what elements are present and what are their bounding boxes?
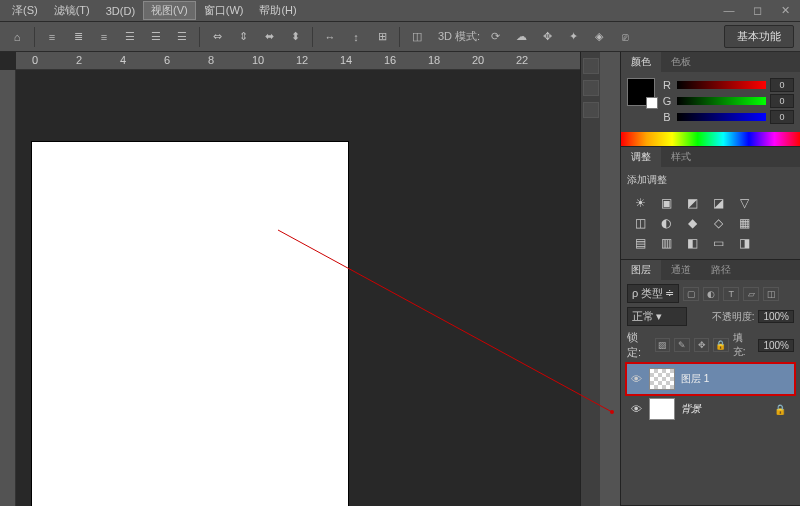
tool-d-icon[interactable]: ◫ (406, 26, 428, 48)
align-center-icon[interactable]: ≣ (67, 26, 89, 48)
workspace-switcher[interactable]: 基本功能 (724, 25, 794, 48)
3d-roll-icon[interactable]: ☁ (510, 26, 532, 48)
channel-r-label: R (661, 79, 673, 91)
filter-smart-icon[interactable]: ◫ (763, 287, 779, 301)
3d-pan-icon[interactable]: ✥ (536, 26, 558, 48)
ruler-mark: 6 (164, 54, 170, 66)
slider-green[interactable] (677, 97, 766, 105)
filter-type-icon[interactable]: T (723, 287, 739, 301)
photo-filter-icon[interactable]: ◆ (683, 215, 701, 231)
tab-color[interactable]: 颜色 (621, 52, 661, 72)
3d-render-icon[interactable]: ⎚ (614, 26, 636, 48)
align-left-icon[interactable]: ≡ (41, 26, 63, 48)
lock-pixels-icon[interactable]: ✎ (674, 338, 689, 352)
distribute-icon[interactable]: ⬌ (258, 26, 280, 48)
lock-transparency-icon[interactable]: ▨ (655, 338, 670, 352)
3d-slide-icon[interactable]: ✦ (562, 26, 584, 48)
menu-item-3d[interactable]: 3D(D) (98, 3, 143, 19)
tab-layers[interactable]: 图层 (621, 260, 661, 280)
selective-color-icon[interactable]: ◨ (735, 235, 753, 251)
tab-channels[interactable]: 通道 (661, 260, 701, 280)
brightness-icon[interactable]: ☀ (631, 195, 649, 211)
menu-bar: 泽(S) 滤镜(T) 3D(D) 视图(V) 窗口(W) 帮助(H) — ◻ ✕ (0, 0, 800, 22)
align-top-icon[interactable]: ☰ (119, 26, 141, 48)
3d-orbit-icon[interactable]: ⟳ (484, 26, 506, 48)
menu-item-view[interactable]: 视图(V) (143, 1, 196, 20)
document-area: 0 2 4 6 8 10 12 14 16 18 20 22 (0, 52, 600, 506)
threshold-icon[interactable]: ◧ (683, 235, 701, 251)
tab-swatches[interactable]: 色板 (661, 52, 701, 72)
value-blue[interactable]: 0 (770, 110, 794, 124)
lookup-icon[interactable]: ▦ (735, 215, 753, 231)
opacity-value[interactable]: 100% (758, 310, 794, 323)
collapsed-panel-icon[interactable] (583, 102, 599, 118)
lock-position-icon[interactable]: ✥ (694, 338, 709, 352)
chevron-down-icon: ≑ (665, 287, 674, 300)
curves-icon[interactable]: ◩ (683, 195, 701, 211)
lock-all-icon[interactable]: 🔒 (713, 338, 728, 352)
filter-adjust-icon[interactable]: ◐ (703, 287, 719, 301)
ruler-mark: 12 (296, 54, 308, 66)
posterize-icon[interactable]: ▥ (657, 235, 675, 251)
filter-pixel-icon[interactable]: ▢ (683, 287, 699, 301)
maximize-icon[interactable]: ◻ (748, 3, 766, 17)
filter-shape-icon[interactable]: ▱ (743, 287, 759, 301)
tool-home-icon[interactable]: ⌂ (6, 26, 28, 48)
visibility-icon[interactable]: 👁 (629, 403, 643, 415)
fill-value[interactable]: 100% (758, 339, 794, 352)
channel-mixer-icon[interactable]: ◇ (709, 215, 727, 231)
ruler-mark: 8 (208, 54, 214, 66)
options-bar: ⌂ ≡ ≣ ≡ ☰ ☰ ☰ ⇔ ⇕ ⬌ ⬍ ↔ ↕ ⊞ ◫ 3D 模式: ⟳ ☁… (0, 22, 800, 52)
layer-thumbnail[interactable] (649, 398, 675, 420)
layer-row[interactable]: 👁 背景 🔒 (627, 394, 794, 424)
blend-mode-select[interactable]: 正常 ▾ (627, 307, 687, 326)
slider-blue[interactable] (677, 113, 766, 121)
tool-c-icon[interactable]: ⊞ (371, 26, 393, 48)
ruler-mark: 18 (428, 54, 440, 66)
lock-icon: 🔒 (774, 404, 786, 415)
tab-adjustments[interactable]: 调整 (621, 147, 661, 167)
align-right-icon[interactable]: ≡ (93, 26, 115, 48)
distribute2-icon[interactable]: ⬍ (284, 26, 306, 48)
layers-panel: 图层 通道 路径 ρ 类型 ≑ ▢ ◐ T ▱ ◫ 正常 ▾ 不透明度: 100… (621, 260, 800, 506)
gradient-map-icon[interactable]: ▭ (709, 235, 727, 251)
layer-name[interactable]: 背景 (681, 402, 701, 416)
menu-item-s[interactable]: 泽(S) (4, 1, 46, 20)
layer-kind-filter[interactable]: ρ 类型 ≑ (627, 284, 679, 303)
levels-icon[interactable]: ▣ (657, 195, 675, 211)
layer-thumbnail[interactable] (649, 368, 675, 390)
layer-name[interactable]: 图层 1 (681, 372, 709, 386)
collapsed-panel-icon[interactable] (583, 58, 599, 74)
ruler-mark: 14 (340, 54, 352, 66)
bw-icon[interactable]: ◐ (657, 215, 675, 231)
foreground-background-swatch[interactable] (627, 78, 655, 106)
vibrance-icon[interactable]: ▽ (735, 195, 753, 211)
menu-item-help[interactable]: 帮助(H) (251, 1, 304, 20)
slider-red[interactable] (677, 81, 766, 89)
layer-row-selected[interactable]: 👁 图层 1 (627, 364, 794, 394)
distribute-v-icon[interactable]: ⇕ (232, 26, 254, 48)
distribute-h-icon[interactable]: ⇔ (206, 26, 228, 48)
value-red[interactable]: 0 (770, 78, 794, 92)
collapsed-panel-strip (580, 52, 600, 506)
canvas[interactable] (32, 142, 348, 506)
tool-b-icon[interactable]: ↕ (345, 26, 367, 48)
lock-label: 锁定: (627, 330, 651, 360)
hue-icon[interactable]: ◫ (631, 215, 649, 231)
menu-item-filter[interactable]: 滤镜(T) (46, 1, 98, 20)
minimize-icon[interactable]: — (720, 3, 738, 17)
visibility-icon[interactable]: 👁 (629, 373, 643, 385)
align-bottom-icon[interactable]: ☰ (171, 26, 193, 48)
invert-icon[interactable]: ▤ (631, 235, 649, 251)
align-middle-icon[interactable]: ☰ (145, 26, 167, 48)
3d-scale-icon[interactable]: ◈ (588, 26, 610, 48)
collapsed-panel-icon[interactable] (583, 80, 599, 96)
menu-item-window[interactable]: 窗口(W) (196, 1, 252, 20)
close-icon[interactable]: ✕ (776, 3, 794, 17)
value-green[interactable]: 0 (770, 94, 794, 108)
exposure-icon[interactable]: ◪ (709, 195, 727, 211)
tab-styles[interactable]: 样式 (661, 147, 701, 167)
color-spectrum[interactable] (621, 132, 800, 146)
tool-a-icon[interactable]: ↔ (319, 26, 341, 48)
tab-paths[interactable]: 路径 (701, 260, 741, 280)
